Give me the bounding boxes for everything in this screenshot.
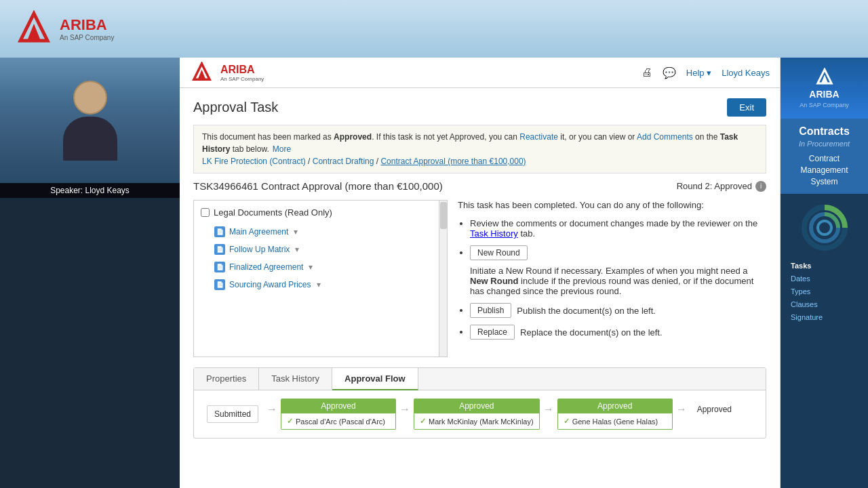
sidebar-contracts-title: Contracts — [787, 125, 861, 138]
new-round-button[interactable]: New Round — [470, 245, 528, 260]
content-area: Approval Task Exit This document has bee… — [180, 88, 780, 488]
docs-panel: Legal Documents (Read Only) 📄 Main Agree… — [193, 200, 448, 357]
sidebar-logo-area: ARIBA An SAP Company — [781, 58, 868, 119]
tab-task-history[interactable]: Task History — [259, 368, 332, 390]
speaker-label: Speaker: Lloyd Keays — [0, 183, 180, 198]
review-text: Review the comments or document changes … — [470, 218, 757, 228]
sidebar-ariba-logo-icon — [811, 68, 838, 87]
breadcrumb: LK Fire Protection (Contract) / Contract… — [202, 157, 526, 166]
check-icon-2: ✓ — [420, 417, 426, 426]
sidebar-nav-signature[interactable]: Signature — [787, 312, 861, 323]
doc-arrow-3[interactable]: ▾ — [309, 262, 313, 272]
doc-arrow-4[interactable]: ▾ — [317, 280, 321, 289]
video-area — [0, 58, 180, 183]
sidebar-sub-text: An SAP Company — [800, 102, 848, 108]
breadcrumb-item2[interactable]: Contract Drafting — [313, 157, 374, 166]
top-bar-logo: ARIBA An SAP Company — [14, 10, 114, 47]
doc-item-3: 📄 Finalized Agreement ▾ — [201, 258, 440, 276]
flow-node-2: Approved ✓ Mark McKinlay (Mark McKinlay) — [414, 399, 540, 430]
ariba-sub-inner-text: An SAP Company — [220, 76, 264, 82]
tab-approval-flow[interactable]: Approval Flow — [332, 368, 418, 390]
info-text-middle: . If this task is not yet Approved, you … — [372, 132, 519, 142]
ariba-logo-icon-inner — [190, 62, 214, 83]
sidebar-nav-clauses[interactable]: Clauses — [787, 299, 861, 310]
doc-link-4[interactable]: Sourcing Award Prices — [229, 280, 311, 289]
reactivate-link[interactable]: Reactivate — [519, 132, 558, 142]
sidebar-chart-svg — [797, 201, 852, 255]
print-icon[interactable]: 🖨 — [642, 66, 652, 79]
tab-properties[interactable]: Properties — [194, 368, 259, 390]
flow-node-1: Approved ✓ Pascal d'Arc (Pascal d'Arc) — [281, 399, 396, 430]
ariba-sub-text-top: An SAP Company — [60, 34, 114, 41]
approved-person-3: ✓ Gene Halas (Gene Halas) — [557, 413, 673, 430]
info-text-end: on the — [693, 132, 720, 142]
chat-icon[interactable]: 💬 — [663, 66, 676, 79]
new-round-desc: Initiate a New Round if necessary. Examp… — [470, 266, 766, 296]
publish-desc: Publish the document(s) on the left. — [517, 306, 656, 316]
ariba-brand-top: ARIBA An SAP Company — [60, 16, 114, 41]
task-header-row: TSK34966461 Contract Approval (more than… — [193, 180, 766, 192]
doc-link-1[interactable]: Main Agreement — [229, 227, 288, 237]
doc-arrow-1[interactable]: ▾ — [294, 227, 298, 237]
publish-button[interactable]: Publish — [470, 303, 511, 318]
sidebar-chart-area: Tasks Dates Types Clauses Signature — [781, 194, 868, 488]
main-layout: Speaker: Lloyd Keays ARIBA An SAP Compan… — [0, 58, 868, 488]
flow-arrow-2: → — [396, 403, 414, 415]
info-text-final: tab below. — [230, 144, 269, 154]
scroll-thumb — [440, 202, 447, 229]
doc-link-3[interactable]: Finalized Agreement — [229, 262, 303, 272]
breadcrumb-item3[interactable]: Contract Approval (more than €100,000) — [380, 157, 526, 166]
exit-button[interactable]: Exit — [727, 98, 766, 117]
person-name-1: Pascal d'Arc (Pascal d'Arc) — [296, 418, 385, 426]
docs-scrollbar[interactable] — [439, 201, 447, 357]
app-header-brand: ARIBA An SAP Company — [220, 64, 264, 82]
submitted-box: Submitted — [207, 405, 258, 423]
user-name: Lloyd Keays — [722, 68, 770, 78]
center-area: ARIBA An SAP Company 🖨 💬 Help ▾ Lloyd Ke… — [180, 58, 780, 488]
tabs-area: Properties Task History Approval Flow Su… — [193, 367, 766, 439]
add-comments-link[interactable]: Add Comments — [637, 132, 693, 142]
task-history-link[interactable]: Task History — [470, 228, 518, 239]
sidebar-brand-text: ARIBA — [809, 89, 839, 100]
docs-panel-inner: Legal Documents (Read Only) 📄 Main Agree… — [194, 201, 447, 357]
doc-arrow-2[interactable]: ▾ — [295, 245, 299, 254]
round-info-icon[interactable]: i — [755, 181, 766, 192]
tabs-header: Properties Task History Approval Flow — [194, 368, 766, 390]
ariba-brand-text-top: ARIBA — [60, 16, 114, 34]
right-sidebar: ARIBA An SAP Company Contracts In Procur… — [780, 58, 868, 488]
app-header-left: ARIBA An SAP Company — [190, 62, 264, 83]
svg-point-8 — [818, 221, 831, 235]
approval-flow-content: Submitted → Approved ✓ Pascal d'Arc (Pas… — [194, 390, 766, 438]
action-review: Review the comments or document changes … — [470, 218, 766, 239]
person-name-2: Mark McKinlay (Mark McKinlay) — [429, 418, 534, 426]
docs-panel-title: Legal Documents (Read Only) — [214, 207, 332, 218]
sidebar-nav-types[interactable]: Types — [787, 286, 861, 297]
round-badge: Round 2: Approved i — [677, 181, 766, 192]
sidebar-nav-dates[interactable]: Dates — [787, 273, 861, 284]
action-replace: Replace Replace the document(s) on the l… — [470, 325, 766, 340]
main-content: Legal Documents (Read Only) 📄 Main Agree… — [193, 200, 766, 357]
docs-select-all-checkbox[interactable] — [201, 208, 210, 217]
doc-icon-1: 📄 — [214, 226, 225, 237]
replace-button[interactable]: Replace — [470, 325, 515, 340]
flow-node-submitted: Submitted — [202, 405, 263, 423]
check-icon-3: ✓ — [564, 417, 570, 426]
info-status: Approved — [334, 132, 372, 142]
approved-label-2: Approved — [414, 399, 540, 413]
approved-label-3: Approved — [557, 399, 673, 413]
ariba-brand-inner-text: ARIBA — [220, 64, 264, 76]
breadcrumb-item1[interactable]: LK Fire Protection (Contract) — [202, 157, 306, 166]
help-button[interactable]: Help ▾ — [686, 68, 711, 78]
doc-link-2[interactable]: Follow Up Matrix — [229, 245, 290, 254]
app-header-right: 🖨 💬 Help ▾ Lloyd Keays — [642, 66, 770, 79]
round-text: Round 2: Approved — [677, 181, 752, 191]
action-new-round: New Round Initiate a New Round if necess… — [470, 245, 766, 296]
info-text-before: This document has been marked as — [202, 132, 334, 142]
person-name-3: Gene Halas (Gene Halas) — [572, 418, 658, 426]
doc-item-4: 📄 Sourcing Award Prices ▾ — [201, 276, 440, 293]
video-bottom — [0, 198, 180, 488]
task-title: TSK34966461 Contract Approval (more than… — [193, 180, 443, 192]
more-link[interactable]: More — [273, 144, 291, 154]
task-id: TSK34966461 — [193, 180, 258, 192]
sidebar-nav-tasks[interactable]: Tasks — [787, 260, 861, 271]
